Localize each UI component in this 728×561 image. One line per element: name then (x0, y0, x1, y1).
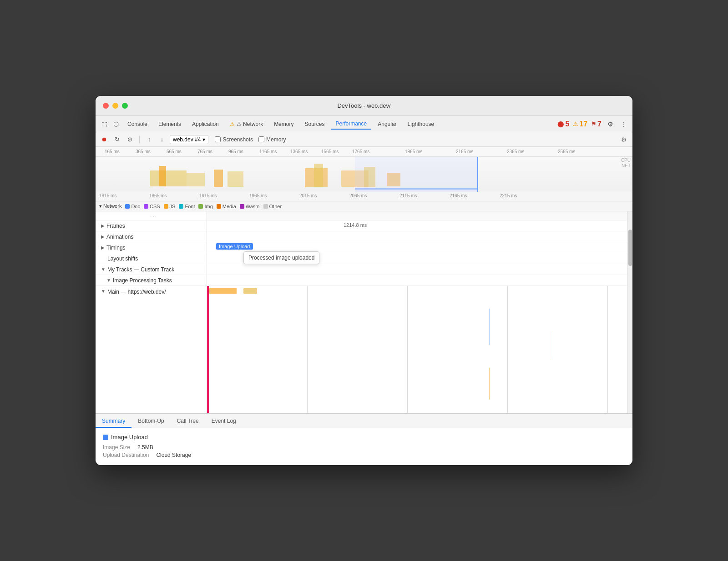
summary-row-image-size: Image Size 2.5MB (103, 444, 625, 451)
track-dots-menu: ··· (96, 211, 207, 220)
timeline-tracks-area[interactable]: 1214.8 ms Image Upload Processed image u… (207, 211, 627, 413)
record-button[interactable]: ⏺ (99, 135, 109, 145)
upload-button[interactable]: ↑ (144, 135, 154, 145)
task-bar-2 (243, 288, 257, 294)
tab-console[interactable]: Console (123, 119, 152, 129)
screenshot-icon[interactable]: ⬡ (111, 119, 121, 129)
tab-call-tree[interactable]: Call Tree (171, 416, 205, 428)
ruler-2565: 2565 ms (558, 149, 575, 154)
ruler-2365: 2365 ms (507, 149, 524, 154)
track-my-tracks-label: ▼ My Tracks — Custom Track (96, 264, 207, 275)
track-main-label: ▼ Main — https://web.dev/ (96, 286, 207, 413)
mark-2065: 2065 ms (349, 193, 367, 198)
ruler-565: 565 ms (167, 149, 182, 154)
minimize-button[interactable] (112, 103, 118, 109)
mark-2015: 2015 ms (299, 193, 317, 198)
vline-3 (507, 286, 508, 413)
track-image-processing-label: ▼ Image Processing Tasks (96, 275, 207, 286)
tab-sources[interactable]: Sources (300, 119, 329, 129)
track-labels: ··· ▶ Frames ▶ Animations ▶ Timings Layo… (96, 211, 207, 413)
ruler-1165: 1165 ms (259, 149, 277, 154)
frames-timestamp: 1214.8 ms (344, 222, 367, 228)
timings-track[interactable]: Image Upload Processed image uploaded (207, 242, 627, 253)
ruler-1565: 1565 ms (321, 149, 339, 154)
reload-record-button[interactable]: ↻ (112, 135, 122, 145)
frames-track: 1214.8 ms (207, 220, 627, 231)
toolbar-divider (139, 136, 140, 143)
tab-elements[interactable]: Elements (154, 119, 186, 129)
legend-other: Other (263, 204, 282, 209)
legend-wasm: Wasm (240, 204, 260, 209)
expand-timings-icon[interactable]: ▶ (101, 245, 105, 250)
tab-performance[interactable]: Performance (331, 119, 372, 130)
toolbar-right: ⬤ 5 ⚠ 17 ⚑ 7 ⚙ ⋮ (557, 119, 629, 129)
cursor-icon[interactable]: ⬚ (99, 119, 109, 129)
svg-rect-4 (228, 171, 243, 187)
tab-summary[interactable]: Summary (96, 416, 131, 428)
tab-network[interactable]: ⚠ ⚠ Network (225, 119, 268, 129)
expand-frames-icon[interactable]: ▶ (101, 223, 105, 228)
checkbox-group: Screenshots Memory (215, 136, 286, 143)
tab-angular[interactable]: Angular (373, 119, 401, 129)
image-upload-badge[interactable]: Image Upload (216, 243, 253, 250)
summary-color-indicator (103, 435, 108, 440)
timeline-overview[interactable]: 165 ms 365 ms 565 ms 765 ms 965 ms 1165 … (96, 147, 632, 192)
settings-perf-icon[interactable]: ⚙ (619, 135, 629, 145)
window-title: DevTools - web.dev/ (337, 102, 390, 109)
expand-main-icon[interactable]: ▼ (101, 289, 106, 294)
traffic-lights (103, 103, 128, 109)
clear-button[interactable]: ⊘ (125, 135, 135, 145)
titlebar: DevTools - web.dev/ (96, 96, 632, 116)
close-button[interactable] (103, 103, 109, 109)
tab-event-log[interactable]: Event Log (205, 416, 243, 428)
pink-marker (207, 286, 209, 413)
ruler-1765: 1765 ms (352, 149, 369, 154)
ruler-165: 165 ms (105, 149, 120, 154)
bottom-tabs: Summary Bottom-Up Call Tree Event Log (96, 414, 632, 428)
legend-img: Img (198, 204, 212, 209)
scrollbar-thumb[interactable] (628, 230, 632, 266)
tab-memory[interactable]: Memory (269, 119, 298, 129)
track-animations-label: ▶ Animations (96, 231, 207, 242)
more-icon[interactable]: ⋮ (619, 119, 629, 129)
mark-1915: 1915 ms (199, 193, 217, 198)
mark-1965: 1965 ms (249, 193, 267, 198)
ruler-2165: 2165 ms (456, 149, 473, 154)
svg-rect-0 (150, 170, 187, 186)
svg-rect-3 (214, 170, 223, 187)
legend-css: CSS (144, 204, 160, 209)
expand-image-processing-icon[interactable]: ▼ (106, 278, 111, 283)
ruler-1965: 1965 ms (405, 149, 422, 154)
settings-icon[interactable]: ⚙ (605, 119, 615, 129)
image-processing-track (207, 275, 627, 286)
ruler-row-2: 1815 ms 1865 ms 1915 ms 1965 ms 2015 ms … (96, 192, 632, 201)
svg-rect-1 (159, 166, 166, 186)
memory-checkbox[interactable]: Memory (258, 136, 286, 143)
expand-my-tracks-icon[interactable]: ▼ (101, 267, 106, 272)
ruler-765: 765 ms (197, 149, 212, 154)
tab-application[interactable]: Application (187, 119, 223, 129)
profile-selector[interactable]: web.dev #4 ▾ (170, 135, 208, 144)
vline-2 (407, 286, 408, 413)
cpu-chart (96, 157, 632, 192)
animations-track (207, 231, 627, 242)
svg-rect-6 (314, 164, 323, 187)
screenshots-checkbox[interactable]: Screenshots (215, 136, 253, 143)
network-legend: ▾ Network Doc CSS JS Font Img Media Wasm (96, 201, 632, 211)
devtools-window: DevTools - web.dev/ ⬚ ⬡ Console Elements… (96, 96, 632, 465)
tab-bottom-up[interactable]: Bottom-Up (131, 416, 170, 428)
mark-1865: 1865 ms (149, 193, 167, 198)
activity-spike-3 (489, 368, 490, 400)
dots-row (207, 211, 627, 220)
scrollbar[interactable] (627, 211, 632, 413)
download-button[interactable]: ↓ (157, 135, 167, 145)
tab-lighthouse[interactable]: Lighthouse (403, 119, 439, 129)
secondary-toolbar: ⏺ ↻ ⊘ ↑ ↓ web.dev #4 ▾ Screenshots Memor… (96, 132, 632, 147)
network-expand[interactable]: ▾ Network (99, 203, 121, 209)
ruler-365: 365 ms (136, 149, 151, 154)
maximize-button[interactable] (122, 103, 128, 109)
toolbar-right-sec: ⚙ (619, 135, 629, 145)
warning-icon: ⚠ (230, 121, 235, 127)
expand-animations-icon[interactable]: ▶ (101, 234, 105, 239)
track-timings-label: ▶ Timings (96, 242, 207, 253)
